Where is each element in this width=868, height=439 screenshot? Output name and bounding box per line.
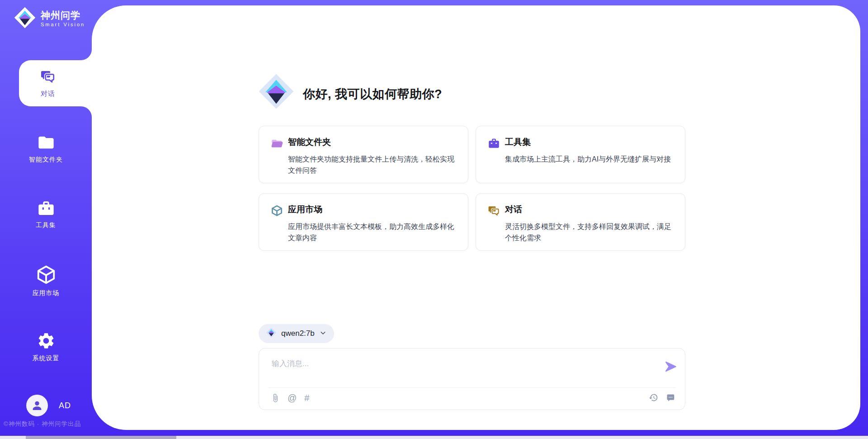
brand-diamond-logo-icon xyxy=(14,6,36,31)
brand-subtitle: Smart Vision xyxy=(41,21,85,28)
sidebar-item-label: 智能文件夹 xyxy=(29,156,63,163)
copyright-text: ©神州数码 · 神州问学出品 xyxy=(4,420,81,428)
cube-grid-icon xyxy=(271,205,283,217)
card-app-market[interactable]: 应用市场 应用市场提供丰富长文本模板，助力高效生成多样化文章内容 xyxy=(259,193,468,251)
sidebar-item-label: 系统设置 xyxy=(33,354,60,362)
active-tab-bottom-fillet xyxy=(81,106,92,117)
brand: 神州问学 Smart Vision xyxy=(14,6,85,31)
sidebar-item-settings[interactable]: 系统设置 xyxy=(0,331,92,363)
card-title: 工具集 xyxy=(505,136,673,148)
greeting-title: 你好, 我可以如何帮助你? xyxy=(303,86,442,102)
user-initials: AD xyxy=(59,401,71,410)
model-selector[interactable]: qwen2:7b xyxy=(259,324,334,343)
composer-divider xyxy=(268,387,676,388)
active-tab-top-fillet xyxy=(81,49,92,60)
sidebar-item-label: 工具集 xyxy=(36,221,56,229)
history-icon[interactable] xyxy=(649,393,658,402)
card-title: 对话 xyxy=(505,204,673,215)
card-description: 灵活切换多模型文件，支持多样回复效果调试，满足个性化需求 xyxy=(505,221,673,243)
sidebar-item-toolset[interactable]: 工具集 xyxy=(0,199,92,229)
sidebar-item-chat[interactable]: 对话 xyxy=(19,60,94,106)
model-name: qwen2:7b xyxy=(281,329,315,338)
message-composer: @ # xyxy=(259,348,685,410)
folder-icon xyxy=(37,134,55,152)
card-chat[interactable]: 对话 灵活切换多模型文件，支持多样回复效果调试，满足个性化需求 xyxy=(476,193,685,251)
card-toolset[interactable]: 工具集 集成市场上主流工具，助力AI与外界无缝扩展与对接 xyxy=(476,126,685,183)
brand-name: 神州问学 xyxy=(41,10,85,21)
scrollbar-thumb[interactable] xyxy=(26,436,176,439)
cube-icon xyxy=(36,264,57,285)
hash-icon[interactable]: # xyxy=(304,393,309,403)
gear-icon xyxy=(37,331,56,350)
sidebar-item-label: 应用市场 xyxy=(33,289,60,296)
sidebar-item-smart-folder[interactable]: 智能文件夹 xyxy=(0,134,92,164)
chat-bubbles-icon xyxy=(488,205,500,217)
model-diamond-logo-icon xyxy=(266,327,277,340)
welcome-diamond-logo-icon xyxy=(258,72,295,112)
card-description: 应用市场提供丰富长文本模板，助力高效生成多样化文章内容 xyxy=(288,221,456,243)
chat-square-icon[interactable] xyxy=(665,393,675,402)
person-icon xyxy=(31,399,43,412)
chevron-down-icon xyxy=(319,329,327,339)
chat-bubbles-icon xyxy=(40,69,56,86)
card-smart-folder[interactable]: 智能文件夹 智能文件夹功能支持批量文件上传与清洗，轻松实现文件问答 xyxy=(259,126,468,183)
avatar xyxy=(26,395,48,416)
horizontal-scrollbar xyxy=(0,436,868,439)
toolbox-icon xyxy=(37,199,55,217)
shortcut-cards: 智能文件夹 智能文件夹功能支持批量文件上传与清洗，轻松实现文件问答 工具集 集成… xyxy=(259,126,686,251)
card-description: 集成市场上主流工具，助力AI与外界无缝扩展与对接 xyxy=(505,153,673,165)
card-description: 智能文件夹功能支持批量文件上传与清洗，轻松实现文件问答 xyxy=(288,153,456,176)
card-title: 应用市场 xyxy=(288,204,456,215)
folder-open-icon xyxy=(271,137,283,149)
message-input[interactable] xyxy=(271,358,652,386)
sidebar-item-app-market[interactable]: 应用市场 xyxy=(0,264,92,297)
toolbox-icon xyxy=(488,137,500,149)
sidebar: 神州问学 Smart Vision 对话 智能文件夹 工具集 应用市场 系统设置 xyxy=(0,0,92,439)
sidebar-item-label: 对话 xyxy=(41,90,55,98)
user-menu[interactable]: AD xyxy=(26,395,71,416)
mention-icon[interactable]: @ xyxy=(288,393,297,403)
card-title: 智能文件夹 xyxy=(288,136,456,148)
send-icon[interactable] xyxy=(664,360,677,373)
attachment-icon[interactable] xyxy=(271,393,280,403)
